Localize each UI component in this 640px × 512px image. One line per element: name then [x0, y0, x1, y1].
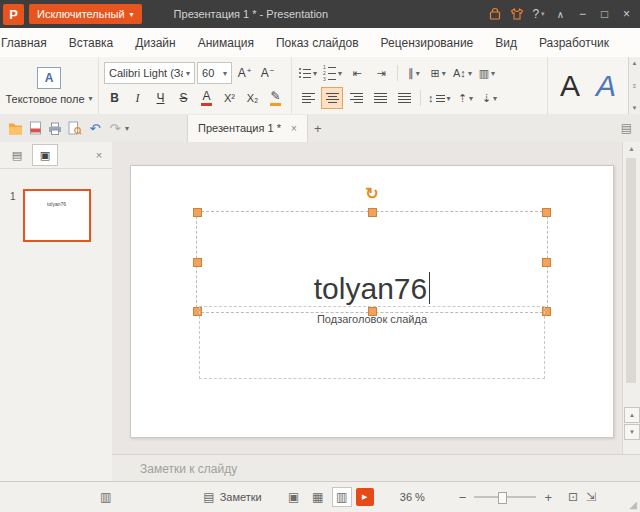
open-folder-button[interactable]	[5, 118, 25, 138]
premium-button[interactable]: Исключительный ▾	[29, 4, 142, 24]
tab-insert[interactable]: Вставка	[58, 29, 125, 57]
chevron-down-icon[interactable]: ▾	[125, 124, 129, 133]
tab-design[interactable]: Дизайн	[124, 29, 186, 57]
document-tab[interactable]: Презентация 1 * ×	[187, 115, 308, 142]
insert-table-button[interactable]: ⊞ ▾	[427, 63, 449, 83]
notes-area[interactable]: Заметки к слайду	[112, 454, 640, 482]
statusbar-left-icon[interactable]: ▥	[100, 490, 111, 504]
insert-textbox-button[interactable]: A Текстовое поле ▾	[0, 57, 98, 114]
next-slide-button[interactable]: ▼	[624, 424, 640, 440]
font-size-combobox[interactable]: 60 ▾	[197, 62, 232, 84]
slide-sorter-button[interactable]: ▦	[308, 487, 328, 507]
shop-bag-icon[interactable]	[484, 3, 505, 25]
resize-handle[interactable]	[193, 208, 202, 217]
subscript-button[interactable]: X₂	[242, 88, 263, 108]
redo-button[interactable]: ↷	[105, 118, 125, 138]
clothes-skin-icon[interactable]	[506, 3, 527, 25]
fit-slide-button[interactable]: ⊡	[568, 490, 578, 504]
tab-slideshow[interactable]: Показ слайдов	[265, 29, 370, 57]
minimize-button[interactable]: −	[572, 3, 593, 25]
export-pdf-button[interactable]	[25, 118, 45, 138]
underline-button[interactable]: Ч	[150, 88, 171, 108]
slide-canvas[interactable]: ↻ tolyan76 Подзаголовок слайда	[112, 142, 623, 455]
slideshow-play-button[interactable]: ▶	[356, 488, 374, 506]
strikethrough-button[interactable]: S	[173, 88, 194, 108]
tab-review[interactable]: Рецензирование	[370, 29, 485, 57]
decrease-indent-button[interactable]: ⇤	[346, 63, 368, 83]
scroll-up-icon[interactable]: ▲	[623, 145, 640, 152]
resize-grip-icon[interactable]: ◢	[629, 499, 637, 510]
new-tab-button[interactable]: +	[308, 118, 328, 138]
wps-logo[interactable]: P	[3, 4, 24, 25]
tab-developer[interactable]: Разработчик	[528, 29, 620, 57]
collapse-ribbon-button[interactable]: ∧	[550, 3, 571, 25]
space-before-button[interactable]: ⇡ ▾	[455, 88, 477, 108]
tab-animation[interactable]: Анимация	[187, 29, 265, 57]
resize-handle[interactable]	[193, 258, 202, 267]
close-button[interactable]: ×	[616, 3, 637, 25]
normal-view-button[interactable]: ▣	[284, 487, 304, 507]
print-button[interactable]	[45, 118, 65, 138]
previous-slide-button[interactable]: ▲	[624, 407, 640, 423]
space-after-button[interactable]: ⇣ ▾	[479, 88, 501, 108]
text-direction-button[interactable]: A↕ ▾	[451, 63, 474, 83]
slides-view-tab[interactable]: ▣	[32, 144, 58, 166]
close-panel-icon[interactable]: ×	[91, 149, 107, 161]
maximize-button[interactable]: □	[594, 3, 615, 25]
subtitle-placeholder[interactable]: Подзаголовок слайда	[199, 306, 545, 379]
align-center-button[interactable]	[321, 87, 343, 109]
close-tab-icon[interactable]: ×	[291, 123, 297, 134]
italic-button[interactable]: I	[127, 88, 148, 108]
scrollbar-thumb[interactable]	[626, 158, 636, 383]
resize-handle[interactable]	[542, 258, 551, 267]
line-spacing-button[interactable]: ↕ ▾	[426, 88, 453, 108]
resize-handle[interactable]	[542, 208, 551, 217]
vertical-scrollbar[interactable]: ▲ ▲ ▼	[622, 142, 640, 455]
gallery-scrollbar[interactable]: ▲ ≡ ▼	[628, 57, 640, 114]
zoom-value[interactable]: 36 %	[400, 491, 425, 503]
zoom-slider[interactable]	[474, 496, 536, 498]
slide[interactable]: ↻ tolyan76 Подзаголовок слайда	[130, 165, 614, 438]
gallery-more-icon[interactable]: ≡	[633, 83, 637, 89]
zoom-slider-handle[interactable]	[498, 492, 507, 504]
reading-view-button[interactable]: ▥	[332, 487, 352, 507]
text-preset-italic[interactable]: А	[596, 71, 616, 101]
undo-button[interactable]: ↶	[85, 118, 105, 138]
fullscreen-button[interactable]: ⇲	[586, 490, 596, 504]
superscript-button[interactable]: X²	[219, 88, 240, 108]
tab-home[interactable]: Главная	[0, 29, 58, 57]
ribbon-tabs: Главная Вставка Дизайн Анимация Показ сл…	[0, 28, 640, 58]
text-preset-plain[interactable]: А	[560, 71, 580, 101]
help-button[interactable]: ? ▾	[528, 3, 549, 25]
align-right-button[interactable]	[345, 87, 367, 109]
align-left-button[interactable]	[297, 87, 319, 109]
window-title: Презентация 1 * - Presentation	[174, 8, 329, 20]
justify-button[interactable]	[369, 87, 391, 109]
zoom-out-button[interactable]: −	[459, 490, 467, 505]
gallery-up-icon[interactable]: ▲	[632, 60, 638, 66]
task-pane-icon[interactable]: ▤	[621, 121, 632, 135]
notes-toggle[interactable]: ▤ Заметки	[203, 490, 261, 504]
font-color-button[interactable]: A	[196, 88, 217, 108]
decrease-font-button[interactable]: A−	[257, 63, 278, 83]
resize-handle[interactable]	[368, 208, 377, 217]
slide-thumbnail[interactable]: tolyan76	[23, 189, 91, 242]
increase-font-button[interactable]: A+	[234, 63, 255, 83]
outline-view-tab[interactable]: ▤	[5, 145, 29, 165]
print-preview-button[interactable]	[65, 118, 85, 138]
rotation-handle-icon[interactable]: ↻	[365, 186, 378, 202]
zoom-in-button[interactable]: +	[544, 490, 552, 505]
bullet-list-button[interactable]: ▾	[297, 63, 319, 83]
font-name-value: Calibri Light (Заголовки)	[109, 67, 183, 79]
increase-indent-button[interactable]: ⇥	[370, 63, 392, 83]
tab-view[interactable]: Вид	[484, 29, 528, 57]
gallery-down-icon[interactable]: ▼	[632, 105, 638, 111]
font-name-combobox[interactable]: Calibri Light (Заголовки) ▾	[104, 62, 195, 84]
distribute-button[interactable]	[393, 87, 415, 109]
bold-button[interactable]: B	[104, 88, 125, 108]
title-textbox[interactable]: ↻ tolyan76	[196, 211, 548, 313]
highlight-color-button[interactable]: ✎	[265, 88, 286, 108]
numbered-list-button[interactable]: ▾	[321, 63, 344, 83]
align-objects-button[interactable]: ∥ ▾	[403, 63, 425, 83]
columns-button[interactable]: ▥ ▾	[476, 63, 498, 83]
